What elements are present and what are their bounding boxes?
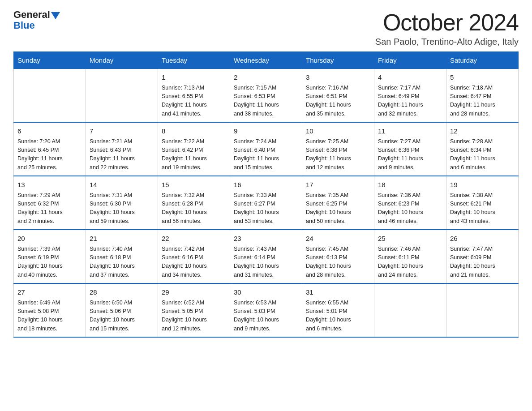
day-info: Sunrise: 7:24 AM Sunset: 6:40 PM Dayligh…: [234, 137, 298, 172]
calendar-cell: 3Sunrise: 7:16 AM Sunset: 6:51 PM Daylig…: [302, 69, 374, 123]
day-of-week-header: Tuesday: [158, 52, 230, 69]
day-number: 30: [234, 287, 298, 298]
calendar-cell: 7Sunrise: 7:21 AM Sunset: 6:43 PM Daylig…: [86, 122, 158, 176]
logo-triangle-icon: [51, 12, 60, 19]
day-number: 7: [90, 126, 154, 137]
day-info: Sunrise: 7:36 AM Sunset: 6:23 PM Dayligh…: [378, 191, 442, 226]
calendar-cell: 20Sunrise: 7:39 AM Sunset: 6:19 PM Dayli…: [14, 230, 86, 283]
calendar-cell: 30Sunrise: 6:53 AM Sunset: 5:03 PM Dayli…: [230, 283, 302, 337]
day-info: Sunrise: 7:22 AM Sunset: 6:42 PM Dayligh…: [162, 137, 226, 172]
day-number: 19: [450, 180, 515, 190]
day-number: 25: [378, 234, 442, 244]
day-info: Sunrise: 7:20 AM Sunset: 6:45 PM Dayligh…: [17, 137, 82, 172]
calendar-cell: 24Sunrise: 7:45 AM Sunset: 6:13 PM Dayli…: [302, 230, 374, 283]
calendar-cell: 19Sunrise: 7:38 AM Sunset: 6:21 PM Dayli…: [446, 176, 519, 230]
day-info: Sunrise: 6:55 AM Sunset: 5:01 PM Dayligh…: [306, 299, 370, 334]
day-info: Sunrise: 7:43 AM Sunset: 6:14 PM Dayligh…: [234, 245, 298, 280]
calendar-cell: 10Sunrise: 7:25 AM Sunset: 6:38 PM Dayli…: [302, 122, 374, 176]
day-number: 10: [306, 126, 370, 137]
day-info: Sunrise: 6:53 AM Sunset: 5:03 PM Dayligh…: [234, 299, 298, 334]
day-number: 21: [90, 234, 154, 244]
day-info: Sunrise: 6:49 AM Sunset: 5:08 PM Dayligh…: [17, 299, 82, 334]
calendar-cell: 27Sunrise: 6:49 AM Sunset: 5:08 PM Dayli…: [14, 283, 86, 337]
day-number: 20: [17, 234, 82, 244]
logo-general: General: [13, 9, 50, 21]
day-info: Sunrise: 7:35 AM Sunset: 6:25 PM Dayligh…: [306, 191, 370, 226]
day-number: 23: [234, 234, 298, 244]
calendar-cell: 1Sunrise: 7:13 AM Sunset: 6:55 PM Daylig…: [158, 69, 230, 123]
logo-blue: Blue: [13, 20, 35, 31]
day-number: 14: [90, 180, 154, 190]
day-number: 4: [378, 73, 442, 83]
day-number: 13: [17, 180, 82, 190]
day-of-week-header: Sunday: [14, 52, 86, 69]
day-number: 16: [234, 180, 298, 190]
calendar-cell: 29Sunrise: 6:52 AM Sunset: 5:05 PM Dayli…: [158, 283, 230, 337]
day-info: Sunrise: 7:13 AM Sunset: 6:55 PM Dayligh…: [162, 84, 226, 119]
day-number: 22: [162, 234, 226, 244]
day-info: Sunrise: 7:15 AM Sunset: 6:53 PM Dayligh…: [234, 84, 298, 119]
calendar-cell: 4Sunrise: 7:17 AM Sunset: 6:49 PM Daylig…: [374, 69, 446, 123]
calendar-cell: 9Sunrise: 7:24 AM Sunset: 6:40 PM Daylig…: [230, 122, 302, 176]
calendar-cell: [14, 69, 86, 123]
calendar-cell: 25Sunrise: 7:46 AM Sunset: 6:11 PM Dayli…: [374, 230, 446, 283]
day-number: 12: [450, 126, 515, 137]
calendar-cell: [86, 69, 158, 123]
calendar-cell: 14Sunrise: 7:31 AM Sunset: 6:30 PM Dayli…: [86, 176, 158, 230]
day-info: Sunrise: 7:40 AM Sunset: 6:18 PM Dayligh…: [90, 245, 154, 280]
calendar-week-row: 1Sunrise: 7:13 AM Sunset: 6:55 PM Daylig…: [14, 69, 519, 123]
day-number: 31: [306, 287, 370, 298]
day-info: Sunrise: 7:29 AM Sunset: 6:32 PM Dayligh…: [17, 191, 82, 226]
day-of-week-header: Thursday: [302, 52, 374, 69]
day-of-week-header: Saturday: [446, 52, 519, 69]
calendar-cell: 31Sunrise: 6:55 AM Sunset: 5:01 PM Dayli…: [302, 283, 374, 337]
day-info: Sunrise: 7:45 AM Sunset: 6:13 PM Dayligh…: [306, 245, 370, 280]
day-info: Sunrise: 7:21 AM Sunset: 6:43 PM Dayligh…: [90, 137, 154, 172]
day-info: Sunrise: 6:52 AM Sunset: 5:05 PM Dayligh…: [162, 299, 226, 334]
day-number: 1: [162, 73, 226, 83]
calendar-cell: 21Sunrise: 7:40 AM Sunset: 6:18 PM Dayli…: [86, 230, 158, 283]
calendar-header-row: SundayMondayTuesdayWednesdayThursdayFrid…: [14, 52, 519, 69]
day-info: Sunrise: 7:33 AM Sunset: 6:27 PM Dayligh…: [234, 191, 298, 226]
calendar-cell: 17Sunrise: 7:35 AM Sunset: 6:25 PM Dayli…: [302, 176, 374, 230]
calendar-week-row: 20Sunrise: 7:39 AM Sunset: 6:19 PM Dayli…: [14, 230, 519, 283]
day-of-week-header: Monday: [86, 52, 158, 69]
title-block: October 2024 San Paolo, Trentino-Alto Ad…: [375, 9, 519, 47]
calendar-cell: 16Sunrise: 7:33 AM Sunset: 6:27 PM Dayli…: [230, 176, 302, 230]
day-number: 6: [17, 126, 82, 137]
logo: General Blue: [13, 9, 60, 31]
day-number: 11: [378, 126, 442, 137]
day-number: 26: [450, 234, 515, 244]
day-number: 9: [234, 126, 298, 137]
day-info: Sunrise: 6:50 AM Sunset: 5:06 PM Dayligh…: [90, 299, 154, 334]
calendar-week-row: 13Sunrise: 7:29 AM Sunset: 6:32 PM Dayli…: [14, 176, 519, 230]
calendar-cell: 8Sunrise: 7:22 AM Sunset: 6:42 PM Daylig…: [158, 122, 230, 176]
day-info: Sunrise: 7:27 AM Sunset: 6:36 PM Dayligh…: [378, 137, 442, 172]
day-number: 29: [162, 287, 226, 298]
day-number: 24: [306, 234, 370, 244]
day-info: Sunrise: 7:39 AM Sunset: 6:19 PM Dayligh…: [17, 245, 82, 280]
day-number: 17: [306, 180, 370, 190]
day-info: Sunrise: 7:38 AM Sunset: 6:21 PM Dayligh…: [450, 191, 515, 226]
day-number: 8: [162, 126, 226, 137]
calendar-cell: 26Sunrise: 7:47 AM Sunset: 6:09 PM Dayli…: [446, 230, 519, 283]
calendar-cell: 18Sunrise: 7:36 AM Sunset: 6:23 PM Dayli…: [374, 176, 446, 230]
day-info: Sunrise: 7:17 AM Sunset: 6:49 PM Dayligh…: [378, 84, 442, 119]
calendar-cell: 23Sunrise: 7:43 AM Sunset: 6:14 PM Dayli…: [230, 230, 302, 283]
day-number: 15: [162, 180, 226, 190]
subtitle: San Paolo, Trentino-Alto Adige, Italy: [375, 37, 519, 47]
calendar-table: SundayMondayTuesdayWednesdayThursdayFrid…: [13, 51, 519, 338]
calendar-cell: 13Sunrise: 7:29 AM Sunset: 6:32 PM Dayli…: [14, 176, 86, 230]
calendar-cell: 15Sunrise: 7:32 AM Sunset: 6:28 PM Dayli…: [158, 176, 230, 230]
calendar-week-row: 27Sunrise: 6:49 AM Sunset: 5:08 PM Dayli…: [14, 283, 519, 337]
day-info: Sunrise: 7:16 AM Sunset: 6:51 PM Dayligh…: [306, 84, 370, 119]
calendar-cell: 22Sunrise: 7:42 AM Sunset: 6:16 PM Dayli…: [158, 230, 230, 283]
day-info: Sunrise: 7:18 AM Sunset: 6:47 PM Dayligh…: [450, 84, 515, 119]
day-number: 28: [90, 287, 154, 298]
calendar-cell: 5Sunrise: 7:18 AM Sunset: 6:47 PM Daylig…: [446, 69, 519, 123]
calendar-cell: 12Sunrise: 7:28 AM Sunset: 6:34 PM Dayli…: [446, 122, 519, 176]
calendar-week-row: 6Sunrise: 7:20 AM Sunset: 6:45 PM Daylig…: [14, 122, 519, 176]
day-info: Sunrise: 7:42 AM Sunset: 6:16 PM Dayligh…: [162, 245, 226, 280]
day-of-week-header: Wednesday: [230, 52, 302, 69]
calendar-cell: 6Sunrise: 7:20 AM Sunset: 6:45 PM Daylig…: [14, 122, 86, 176]
